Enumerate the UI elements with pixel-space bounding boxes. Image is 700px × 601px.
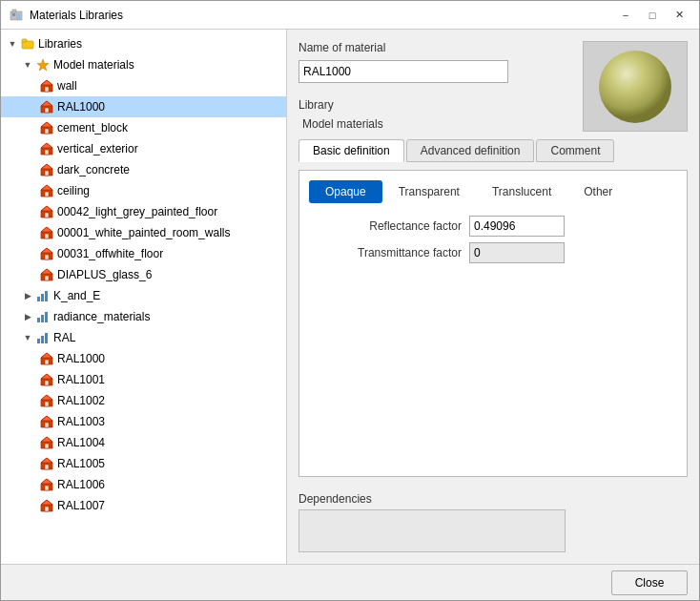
tree-item-ral1000-main-label: RAL1000 bbox=[57, 100, 105, 114]
chart-icon-kande bbox=[35, 288, 51, 303]
left-panel: ▼ Libraries ▼ bbox=[1, 30, 287, 564]
tree-item-ral1001[interactable]: RAL1001 bbox=[1, 369, 286, 390]
tree-root-label: Libraries bbox=[38, 37, 82, 51]
tab-basic[interactable]: Basic definition bbox=[299, 139, 404, 162]
tree-item-ral1000-main[interactable]: RAL1000 bbox=[1, 96, 286, 117]
svg-rect-51 bbox=[45, 381, 49, 385]
dependencies-label: Dependencies bbox=[299, 492, 688, 506]
tree-item-00031[interactable]: 00031_offwhite_floor bbox=[1, 243, 286, 264]
tab-content: Opaque Transparent Translucent Other Ref… bbox=[299, 170, 688, 477]
svg-rect-48 bbox=[45, 360, 49, 364]
svg-marker-56 bbox=[41, 416, 52, 421]
svg-marker-6 bbox=[37, 59, 49, 71]
tree-item-ral[interactable]: ▼ RAL bbox=[1, 327, 286, 348]
svg-marker-35 bbox=[41, 269, 52, 274]
tree-model-materials[interactable]: ▼ Model materials bbox=[1, 54, 286, 75]
transmittance-input[interactable] bbox=[469, 242, 565, 263]
svg-marker-32 bbox=[41, 248, 52, 253]
reflectance-label: Reflectance factor bbox=[309, 219, 462, 233]
house-icon-ceiling bbox=[39, 183, 54, 198]
library-label: Library bbox=[299, 98, 571, 112]
house-icon-vertical bbox=[39, 141, 54, 156]
svg-rect-27 bbox=[45, 213, 49, 218]
library-value: Model materials bbox=[299, 117, 571, 131]
tree-item-ral1000[interactable]: RAL1000 bbox=[1, 348, 286, 369]
dependencies-box bbox=[299, 509, 566, 552]
sub-tab-opaque[interactable]: Opaque bbox=[309, 180, 382, 203]
house-icon-ral1007 bbox=[39, 498, 54, 513]
svg-marker-8 bbox=[41, 80, 52, 85]
svg-rect-41 bbox=[41, 315, 44, 322]
tree-item-kande-label: K_and_E bbox=[53, 289, 100, 302]
main-window: Materials Libraries − □ ✕ ▼ bbox=[0, 0, 700, 601]
house-icon-00031 bbox=[39, 246, 54, 261]
tree-arrow-model: ▼ bbox=[20, 57, 35, 73]
svg-rect-38 bbox=[41, 294, 44, 301]
svg-rect-18 bbox=[45, 150, 49, 155]
tree-item-ral1002-label: RAL1002 bbox=[57, 394, 105, 407]
svg-rect-40 bbox=[37, 318, 40, 322]
tree-item-kande[interactable]: ▶ K_and_E bbox=[1, 285, 286, 306]
svg-rect-39 bbox=[45, 291, 48, 301]
tab-comment[interactable]: Comment bbox=[536, 139, 614, 162]
sub-tab-other[interactable]: Other bbox=[567, 180, 628, 203]
tree-root[interactable]: ▼ Libraries bbox=[1, 33, 286, 54]
tree-item-cement-label: cement_block bbox=[57, 121, 128, 135]
bottom-bar: Close bbox=[1, 564, 699, 600]
svg-rect-69 bbox=[45, 507, 49, 511]
reflectance-input[interactable] bbox=[469, 216, 565, 237]
tree-item-00001[interactable]: 00001_white_painted_room_walls bbox=[1, 222, 286, 243]
svg-rect-3 bbox=[16, 13, 20, 19]
sub-tab-translucent[interactable]: Translucent bbox=[476, 180, 567, 203]
tree-item-ral1007-label: RAL1007 bbox=[57, 499, 105, 512]
tree-item-ral1003[interactable]: RAL1003 bbox=[1, 411, 286, 432]
tree-item-00042[interactable]: 00042_light_grey_painted_floor bbox=[1, 201, 286, 222]
close-window-button[interactable]: ✕ bbox=[667, 6, 691, 25]
tree-container[interactable]: ▼ Libraries ▼ bbox=[1, 30, 286, 564]
window-icon bbox=[9, 8, 24, 23]
svg-rect-43 bbox=[37, 339, 40, 343]
maximize-button[interactable]: □ bbox=[640, 6, 665, 25]
window-title: Materials Libraries bbox=[30, 9, 613, 22]
svg-rect-66 bbox=[45, 486, 49, 490]
tree-item-ral1005[interactable]: RAL1005 bbox=[1, 453, 286, 474]
tree-item-ral1007[interactable]: RAL1007 bbox=[1, 495, 286, 516]
house-icon-ral1003 bbox=[39, 414, 54, 429]
tree-item-radiance[interactable]: ▶ radiance_materials bbox=[1, 306, 286, 327]
tree-item-ral1004[interactable]: RAL1004 bbox=[1, 432, 286, 453]
close-button[interactable]: Close bbox=[611, 570, 688, 595]
svg-rect-33 bbox=[45, 255, 49, 259]
tree-item-ral1006[interactable]: RAL1006 bbox=[1, 474, 286, 495]
tree-item-dark[interactable]: dark_concrete bbox=[1, 159, 286, 180]
tree-item-ceiling[interactable]: ceiling bbox=[1, 180, 286, 201]
tree-model-materials-label: Model materials bbox=[53, 58, 134, 72]
tree-item-radiance-label: radiance_materials bbox=[53, 310, 150, 323]
tree-item-ceiling-label: ceiling bbox=[57, 184, 90, 197]
tree-item-ral1002[interactable]: RAL1002 bbox=[1, 390, 286, 411]
tree-item-cement[interactable]: cement_block bbox=[1, 117, 286, 138]
svg-rect-15 bbox=[45, 129, 49, 134]
window-controls: − □ ✕ bbox=[613, 6, 691, 25]
svg-marker-26 bbox=[41, 206, 52, 211]
folder-icon bbox=[20, 36, 35, 52]
tree-item-wall[interactable]: wall bbox=[1, 75, 286, 96]
minimize-button[interactable]: − bbox=[613, 6, 638, 25]
tree-item-diaplus[interactable]: DIAPLUS_glass_6 bbox=[1, 264, 286, 285]
svg-marker-59 bbox=[41, 437, 52, 442]
sub-tab-transparent[interactable]: Transparent bbox=[382, 180, 476, 203]
tree-item-dark-label: dark_concrete bbox=[57, 163, 130, 176]
svg-marker-68 bbox=[41, 500, 52, 505]
svg-rect-37 bbox=[37, 297, 40, 301]
tree-item-vertical[interactable]: vertical_exterior bbox=[1, 138, 286, 159]
svg-rect-45 bbox=[45, 333, 48, 343]
svg-marker-62 bbox=[41, 458, 52, 463]
tab-advanced[interactable]: Advanced definition bbox=[406, 139, 535, 162]
svg-rect-5 bbox=[22, 39, 27, 42]
name-label: Name of material bbox=[299, 41, 571, 54]
dependencies-section: Dependencies bbox=[299, 485, 688, 552]
svg-marker-47 bbox=[41, 353, 52, 358]
name-input[interactable] bbox=[299, 60, 508, 83]
sphere-svg bbox=[587, 44, 683, 130]
svg-rect-44 bbox=[41, 336, 44, 343]
tree-item-00031-label: 00031_offwhite_floor bbox=[57, 247, 163, 260]
